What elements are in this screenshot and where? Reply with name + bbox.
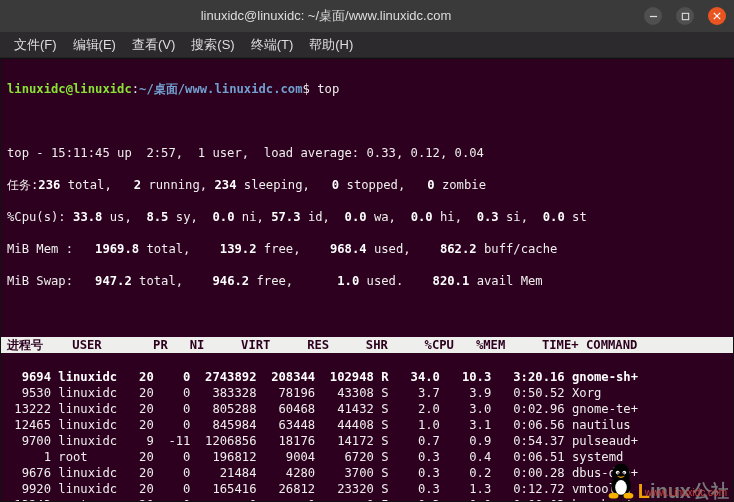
top-summary-tasks: 任务:236 total, 2 running, 234 sleeping, 0… <box>7 177 727 193</box>
close-button[interactable] <box>708 7 726 25</box>
top-summary-line1: top - 15:11:45 up 2:57, 1 user, load ave… <box>7 145 727 161</box>
blank-line <box>7 113 727 129</box>
menu-help[interactable]: 帮助(H) <box>303 34 359 56</box>
table-row[interactable]: 13222 linuxidc 20 0 805288 60468 41432 S… <box>7 401 727 417</box>
blank-line-2 <box>7 305 727 321</box>
menu-search[interactable]: 搜索(S) <box>185 34 240 56</box>
top-summary-swap: MiB Swap: 947.2 total, 946.2 free, 1.0 u… <box>7 273 727 289</box>
top-summary-cpu: %Cpu(s): 33.8 us, 8.5 sy, 0.0 ni, 57.3 i… <box>7 209 727 225</box>
prompt-line: linuxidc@linuxidc:~/桌面/www.linuxidc.com$… <box>7 81 727 97</box>
maximize-button[interactable] <box>676 7 694 25</box>
menu-edit[interactable]: 编辑(E) <box>67 34 122 56</box>
table-row[interactable]: 9676 linuxidc 20 0 21484 4280 3700 S 0.3… <box>7 465 727 481</box>
table-row[interactable]: 9530 linuxidc 20 0 383328 78196 43308 S … <box>7 385 727 401</box>
prompt-user-host: linuxidc@linuxidc <box>7 82 132 96</box>
menubar: 文件(F) 编辑(E) 查看(V) 搜索(S) 终端(T) 帮助(H) <box>0 32 734 58</box>
table-row[interactable]: 1 root 20 0 196812 9004 6720 S 0.3 0.4 0… <box>7 449 727 465</box>
window-title: linuxidc@linuxidc: ~/桌面/www.linuxidc.com <box>8 7 644 25</box>
svg-rect-1 <box>682 13 688 19</box>
window-controls <box>644 7 726 25</box>
menu-view[interactable]: 查看(V) <box>126 34 181 56</box>
process-list-header: 进程号 USER PR NI VIRT RES SHR %CPU %MEM TI… <box>1 337 733 353</box>
watermark-url: www.Linuxidc.com <box>645 485 727 501</box>
process-list: 9694 linuxidc 20 0 2743892 208344 102948… <box>7 369 727 502</box>
menu-file[interactable]: 文件(F) <box>8 34 63 56</box>
table-row[interactable]: 9700 linuxidc 9 -11 1206856 18176 14172 … <box>7 433 727 449</box>
table-row[interactable]: 12465 linuxidc 20 0 845984 63448 44408 S… <box>7 417 727 433</box>
command-text: top <box>317 82 339 96</box>
top-summary-mem: MiB Mem : 1969.8 total, 139.2 free, 968.… <box>7 241 727 257</box>
terminal-viewport[interactable]: linuxidc@linuxidc:~/桌面/www.linuxidc.com$… <box>0 58 734 502</box>
table-row[interactable]: 9694 linuxidc 20 0 2743892 208344 102948… <box>7 369 727 385</box>
minimize-button[interactable] <box>644 7 662 25</box>
table-row[interactable]: 13243 root 20 0 0 0 0 I 0.3 0.0 0:00.03 … <box>7 497 727 502</box>
window-titlebar: linuxidc@linuxidc: ~/桌面/www.linuxidc.com <box>0 0 734 32</box>
table-row[interactable]: 9920 linuxidc 20 0 165416 26812 23320 S … <box>7 481 727 497</box>
menu-terminal[interactable]: 终端(T) <box>245 34 300 56</box>
prompt-path: ~/桌面/www.linuxidc.com <box>139 82 302 96</box>
